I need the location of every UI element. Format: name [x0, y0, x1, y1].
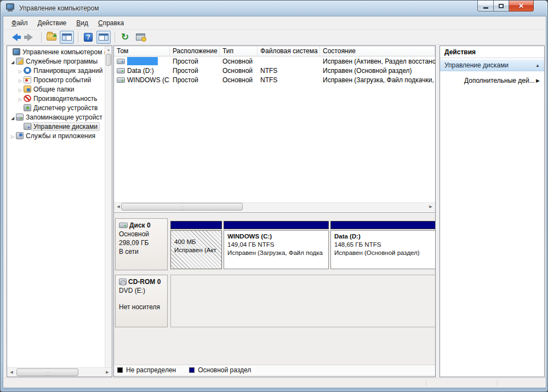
cdrom-label-panel[interactable]: CD-ROM 0 DVD (E:) Нет носителя — [115, 275, 168, 327]
column-header-status[interactable]: Состояние — [320, 46, 435, 56]
graphical-view: Диск 0 Основной 298,09 ГБ В сети 400 МБ … — [114, 212, 435, 377]
forward-button[interactable] — [23, 31, 37, 44]
tree-vscroll-thumb[interactable] — [106, 54, 111, 66]
tree-item-storage[interactable]: Запоминающие устройст — [7, 112, 105, 122]
column-header-type[interactable]: Тип — [220, 46, 258, 56]
legend-primary-swatch — [189, 367, 195, 373]
forward-icon — [27, 33, 33, 41]
cdrom-empty-region[interactable] — [170, 275, 436, 327]
actions-title: Действия — [440, 46, 544, 58]
tree-hscroll-thumb[interactable] — [16, 368, 78, 376]
legend-primary: Основной раздел — [189, 366, 251, 374]
volume-row-recovery[interactable]: Простой Основной Исправен (Активен, Разд… — [114, 56, 435, 66]
computer-icon — [13, 48, 20, 55]
close-icon: ✕ — [518, 2, 524, 10]
list-horizontal-scrollbar[interactable]: ◀ ▶ — [114, 202, 435, 212]
performance-icon — [24, 95, 31, 102]
partition-data-body[interactable]: Data (D:) 148,65 ГБ NTFS Исправен (Основ… — [330, 230, 436, 269]
tree-item-computer-management[interactable]: Управление компьютером (л — [7, 47, 105, 56]
maximize-icon — [499, 4, 504, 8]
tree-vertical-scrollbar[interactable]: ▲ — [105, 46, 112, 367]
toolbar-separator — [41, 32, 42, 43]
tree-item-event-viewer[interactable]: Просмотр событий — [7, 75, 105, 84]
disk-management-panel: Том Расположение Тип Файловая система Со… — [113, 46, 436, 377]
collapse-icon[interactable]: ▲ — [535, 63, 540, 68]
refresh-icon: ↻ — [121, 32, 129, 42]
tree-item-disk-management[interactable]: Управление дисками — [7, 122, 105, 131]
scroll-right-icon[interactable]: ▶ — [103, 368, 112, 377]
menu-file[interactable]: Файл — [7, 17, 33, 29]
legend: Не распределен Основной раздел — [114, 365, 435, 375]
back-icon — [12, 33, 18, 41]
shared-folders-icon — [24, 86, 31, 93]
chevron-collapsed-icon[interactable] — [17, 76, 24, 84]
title-bar[interactable]: Управление компьютером ✕ — [1, 1, 547, 16]
volume-name-selection[interactable] — [127, 57, 158, 65]
column-header-layout[interactable]: Расположение — [170, 46, 220, 56]
partition-data[interactable]: Data (D:) 148,65 ГБ NTFS Исправен (Основ… — [330, 218, 436, 270]
chevron-collapsed-icon[interactable] — [9, 132, 16, 140]
partition-recovery[interactable]: 400 МБ Исправен (Акт — [170, 218, 222, 270]
tree-item-services[interactable]: Службы и приложения — [7, 131, 105, 140]
column-header-filesystem[interactable]: Файловая система — [258, 46, 320, 56]
services-icon — [16, 132, 24, 139]
maximize-button[interactable] — [494, 1, 509, 12]
chevron-collapsed-icon[interactable] — [17, 95, 24, 103]
actions-section-disk-management[interactable]: Управление дисками ▲ — [440, 59, 544, 71]
volume-icon — [117, 59, 125, 64]
tree-item-shared-folders[interactable]: Общие папки — [7, 84, 105, 94]
status-separator — [426, 380, 426, 386]
chevron-collapsed-icon[interactable] — [17, 86, 24, 93]
partition-color-band — [224, 221, 329, 229]
menu-action[interactable]: Действие — [33, 17, 72, 29]
partition-recovery-body[interactable]: 400 МБ Исправен (Акт — [170, 230, 222, 269]
tree-item-task-scheduler[interactable]: Планировщик заданий — [7, 66, 105, 75]
help-button[interactable]: ? — [81, 31, 95, 44]
show-action-pane-button[interactable] — [96, 31, 111, 44]
menu-view[interactable]: Вид — [71, 17, 93, 29]
partition-windows-body[interactable]: WINDOWS (C:) 149,04 ГБ NTFS Исправен (За… — [224, 230, 329, 269]
actions-more-actions[interactable]: Дополнительные дей... ▶ — [440, 75, 544, 87]
legend-unallocated: Не распределен — [117, 366, 176, 374]
cdrom-icon — [119, 279, 127, 285]
scroll-up-icon[interactable]: ▲ — [105, 46, 112, 53]
submenu-arrow-icon: ▶ — [536, 78, 540, 83]
disk-icon — [119, 223, 128, 228]
partition-color-band — [330, 221, 436, 229]
menu-help[interactable]: Справка — [93, 17, 129, 29]
status-bar — [3, 378, 546, 388]
tree-item-device-manager[interactable]: Диспетчер устройств — [7, 103, 105, 112]
scroll-left-icon[interactable]: ◀ — [7, 368, 16, 377]
partition-windows[interactable]: WINDOWS (C:) 149,04 ГБ NTFS Исправен (За… — [224, 218, 329, 270]
show-console-tree-button[interactable] — [60, 31, 74, 44]
export-button[interactable] — [44, 31, 59, 44]
disk-management-icon — [24, 123, 31, 130]
chevron-expanded-icon[interactable] — [9, 113, 16, 121]
manage-button[interactable] — [133, 31, 147, 44]
status-separator — [497, 380, 498, 386]
console-tree-icon — [62, 33, 72, 41]
tree-horizontal-scrollbar[interactable]: ◀ ▶ — [7, 367, 112, 377]
tree-item-system-tools[interactable]: Служебные программы — [7, 56, 105, 66]
close-button[interactable]: ✕ — [509, 1, 534, 12]
console-window-icon — [136, 33, 145, 41]
volume-row-data[interactable]: Data (D:) Простой Основной NTFS Исправен… — [114, 66, 435, 75]
volume-row-windows[interactable]: WINDOWS (C:) Простой Основной NTFS Испра… — [114, 75, 435, 84]
chevron-collapsed-icon[interactable] — [17, 67, 24, 75]
chevron-expanded-icon[interactable] — [9, 58, 16, 65]
tree-item-performance[interactable]: Производительность — [7, 94, 105, 103]
minimize-button[interactable] — [477, 1, 494, 12]
legend-unallocated-swatch — [117, 367, 123, 373]
window-title: Управление компьютером — [19, 4, 99, 12]
refresh-button[interactable]: ↻ — [118, 31, 132, 44]
back-button[interactable] — [8, 31, 22, 44]
column-header-volume[interactable]: Том — [114, 46, 170, 56]
scroll-right-icon[interactable]: ▶ — [426, 202, 435, 211]
partition-color-band — [170, 221, 222, 229]
toolbar: ? ↻ — [3, 30, 546, 45]
export-folder-icon — [47, 33, 56, 41]
disk0-label-panel[interactable]: Диск 0 Основной 298,09 ГБ В сети — [115, 218, 168, 270]
actions-panel: Действия Управление дисками ▲ Дополнител… — [439, 46, 545, 377]
task-scheduler-icon — [24, 67, 31, 74]
list-hscroll-thumb[interactable] — [121, 203, 243, 211]
